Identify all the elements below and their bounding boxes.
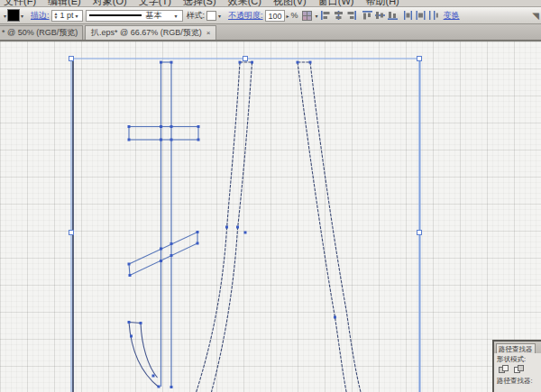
control-bar-menu-icon[interactable]: ◥	[532, 11, 539, 21]
align-right-icon[interactable]	[346, 11, 356, 20]
menu-view[interactable]: 视图(V)	[273, 0, 307, 7]
align-bottom-icon[interactable]	[388, 11, 398, 20]
stepper-arrows-icon[interactable]: ▲▼	[54, 12, 59, 19]
menu-select[interactable]: 选择(S)	[183, 0, 216, 7]
opacity-unit: %	[291, 11, 298, 20]
pathfinder-panel: 路径查找器 形状模式: 路径查找器:	[492, 340, 541, 392]
anchor-points	[128, 61, 337, 388]
document-tab-bar: * @ 50% (RGB/预览) × 扒.eps* @ 66.67% (RGB/…	[0, 24, 541, 40]
distribute-center-icon[interactable]	[416, 11, 426, 20]
menu-window[interactable]: 窗口(W)	[318, 0, 354, 7]
menu-file[interactable]: 文件(F)	[4, 0, 36, 7]
graphic-style-swatch[interactable]	[206, 11, 216, 21]
stroke-width-stepper[interactable]: ▲▼ 1 pt ▾	[51, 10, 83, 22]
brush-definition-value: 基本	[146, 10, 162, 22]
pathfinders-label: 路径查找器:	[494, 375, 541, 386]
pathfinder-tab[interactable]: 路径查找器	[496, 343, 536, 353]
menu-edit[interactable]: 编辑(E)	[48, 0, 81, 7]
menu-effect[interactable]: 效果(C)	[228, 0, 261, 7]
menu-help[interactable]: 帮助(H)	[366, 0, 399, 7]
recolor-artwork-icon[interactable]	[302, 11, 312, 21]
control-bar: ▾ ▾ 描边: ▲▼ 1 pt ▾ 基本 ▾ 样式: ▾ 不透明度: 100 ▸…	[0, 7, 541, 24]
opacity-input[interactable]: 100	[265, 10, 285, 22]
left-falling-stroke-path	[196, 62, 252, 392]
fill-color-dropdown-icon[interactable]: ▾	[4, 13, 6, 19]
unite-icon[interactable]	[499, 365, 509, 374]
tab-label: * @ 50% (RGB/预览)	[2, 27, 78, 39]
opacity-stepper-icon[interactable]: ▸	[287, 13, 289, 19]
stroke-panel-link[interactable]: 描边:	[31, 10, 50, 22]
align-h-center-icon[interactable]	[334, 11, 344, 20]
menu-type[interactable]: 文字(T)	[139, 0, 171, 7]
distribute-right-icon[interactable]	[428, 11, 438, 20]
right-falling-stroke-path	[298, 62, 362, 392]
brush-definition-dropdown[interactable]: 基本 ▾	[86, 10, 183, 22]
style-label: 样式:	[187, 10, 206, 22]
stroke-width-dropdown-icon[interactable]: ▾	[76, 13, 78, 19]
tab-close-icon[interactable]: ×	[82, 29, 83, 37]
align-left-icon[interactable]	[321, 11, 331, 20]
stroke-color-dropdown-icon[interactable]: ▾	[21, 13, 23, 19]
shape-modes-label: 形状模式:	[494, 353, 541, 364]
opacity-panel-link[interactable]: 不透明度:	[228, 10, 263, 22]
brush-dropdown-icon[interactable]: ▾	[175, 13, 178, 19]
document-tab-ba-eps[interactable]: 扒.eps* @ 66.67% (RGB/预览) ×	[85, 25, 216, 40]
align-top-icon[interactable]	[362, 11, 372, 20]
recolor-dropdown-icon[interactable]: ▾	[316, 13, 318, 19]
menu-object[interactable]: 对象(O)	[93, 0, 127, 7]
pathfinder-tab-row: 路径查找器	[494, 342, 541, 353]
stroke-color-swatch[interactable]	[8, 10, 19, 21]
tab-close-icon[interactable]: ×	[206, 29, 211, 37]
transform-panel-link[interactable]: 变换	[444, 10, 460, 22]
vertical-stem-path	[161, 62, 172, 387]
artboard-canvas[interactable]	[0, 40, 541, 392]
stroke-width-value: 1 pt	[60, 11, 74, 20]
align-v-center-icon[interactable]	[375, 11, 385, 20]
tab-label: 扒.eps* @ 66.67% (RGB/预览)	[91, 27, 202, 39]
minus-front-icon[interactable]	[514, 365, 524, 374]
selection-bounding-box	[71, 59, 420, 392]
rising-stroke-path	[129, 232, 197, 276]
style-dropdown-icon[interactable]: ▾	[218, 13, 221, 19]
menu-bar: 文件(F) 编辑(E) 对象(O) 文字(T) 选择(S) 效果(C) 视图(V…	[0, 0, 541, 7]
horizontal-bar-path	[129, 127, 198, 141]
distribute-left-icon[interactable]	[403, 11, 413, 20]
document-tab-untitled[interactable]: * @ 50% (RGB/预览) ×	[0, 25, 83, 40]
vector-artwork	[0, 40, 541, 392]
brush-stroke-preview-icon	[89, 14, 142, 16]
hook-stroke-path	[129, 323, 159, 387]
illustrator-window: 文件(F) 编辑(E) 对象(O) 文字(T) 选择(S) 效果(C) 视图(V…	[0, 0, 541, 392]
